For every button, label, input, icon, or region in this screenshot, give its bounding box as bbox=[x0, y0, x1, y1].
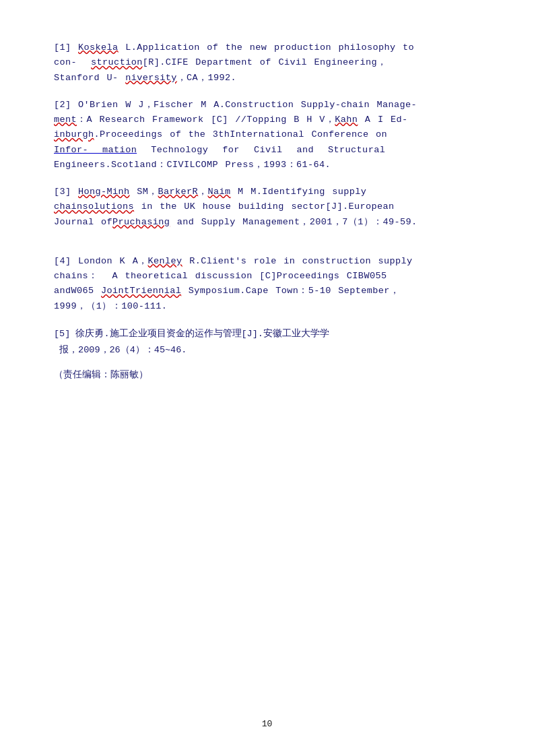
reference-1: [1] Koskela L.Application of the new pro… bbox=[54, 40, 480, 86]
ref4-text-b: chains： A theoretical discussion [C]Proc… bbox=[54, 271, 387, 281]
ref2-ment: ment bbox=[54, 115, 77, 125]
ref3-text-e: Journal of bbox=[54, 217, 112, 227]
reference-3: [3] Hong-Minh SM，BarkerR，Naim M M.Identi… bbox=[54, 185, 480, 230]
ref2-text-e: Engineers.Scotland：CIVILCOMP Press，1993：… bbox=[54, 160, 331, 170]
ref4-number: [4] London K A， bbox=[54, 256, 148, 266]
page-number: 10 bbox=[262, 719, 273, 729]
ref1-text-a: L.Application of the new production phil… bbox=[119, 42, 415, 53]
ref2-inburgh: inburgh bbox=[54, 129, 94, 139]
ref3-text-f: and Supply Management，2001，7（1）：49-59. bbox=[170, 217, 417, 227]
ref4-text-a: R.Client's role in construction supply bbox=[182, 256, 413, 266]
ref4-jointtriennial: JointTriennial bbox=[101, 286, 181, 296]
page: [1] Koskela L.Application of the new pro… bbox=[0, 0, 534, 756]
ref4-text-c: andW065 bbox=[54, 286, 101, 296]
ref3-naim: Naim bbox=[208, 187, 231, 197]
ref2-kahn: Kahn bbox=[335, 115, 358, 125]
editor-note-text: （责任编辑：陈丽敏） bbox=[54, 370, 148, 380]
ref2-text-a: ：A Research Framework [C] //Topping B H … bbox=[77, 115, 335, 125]
ref4-text-e: 1999，（1）：100-111. bbox=[54, 301, 167, 311]
ref1-number: [1] bbox=[54, 42, 78, 53]
ref2-text-b: A I Ed- bbox=[358, 115, 407, 125]
ref2-text-c: .Proceedings of the 3thInternational Con… bbox=[94, 129, 387, 139]
ref2-text-d: Technology for Civil and Structural bbox=[137, 145, 385, 155]
ref3-text-d: in the UK house building sector[J].Europ… bbox=[134, 201, 394, 212]
ref2-infor: Infor- mation bbox=[54, 145, 137, 155]
ref1-niversity: niversity bbox=[125, 73, 177, 83]
ref1-text-e: ，CA，1992. bbox=[177, 73, 236, 83]
ref3-text-a: SM， bbox=[130, 187, 158, 197]
ref1-text-c: [R].CIFE Department of Civil Engineering… bbox=[143, 57, 387, 67]
ref3-chainsolutions: chainsolutions bbox=[54, 201, 134, 212]
references-container: [1] Koskela L.Application of the new pro… bbox=[54, 40, 480, 383]
ref3-barkerr: BarkerR bbox=[158, 187, 199, 197]
ref3-text-c: M M.Identifying supply bbox=[231, 187, 367, 197]
editor-note: （责任编辑：陈丽敏） bbox=[54, 367, 480, 383]
ref4-kenley: Kenley bbox=[148, 256, 182, 266]
ref3-text-b: ， bbox=[198, 187, 207, 197]
ref2-number: [2] O'Brien W J，Fischer M A.Construction… bbox=[54, 100, 417, 110]
ref1-text-d: Stanford U- bbox=[54, 73, 125, 83]
ref5-text-continued: 报，2009，26（4）：45~46. bbox=[54, 345, 187, 355]
reference-4: [4] London K A，Kenley R.Client's role in… bbox=[54, 254, 480, 314]
ref3-number: [3] bbox=[54, 187, 78, 197]
ref4-text-d: Symposium.Cape Town：5-10 September， bbox=[181, 286, 399, 296]
ref1-text-b: con- bbox=[54, 57, 91, 67]
ref1-struction: struction bbox=[91, 57, 143, 67]
reference-5: [5] 徐庆勇.施工企业项目资金的运作与管理[J].安徽工业大学学 报，2009… bbox=[54, 326, 480, 358]
ref3-hongminh: Hong-Minh bbox=[78, 187, 130, 197]
reference-2: [2] O'Brien W J，Fischer M A.Construction… bbox=[54, 98, 480, 172]
ref1-koskela: Koskela bbox=[78, 42, 119, 53]
ref5-text: [5] 徐庆勇.施工企业项目资金的运作与管理[J].安徽工业大学学 bbox=[54, 329, 329, 339]
ref3-pruchasing: Pruchasing bbox=[112, 217, 170, 227]
